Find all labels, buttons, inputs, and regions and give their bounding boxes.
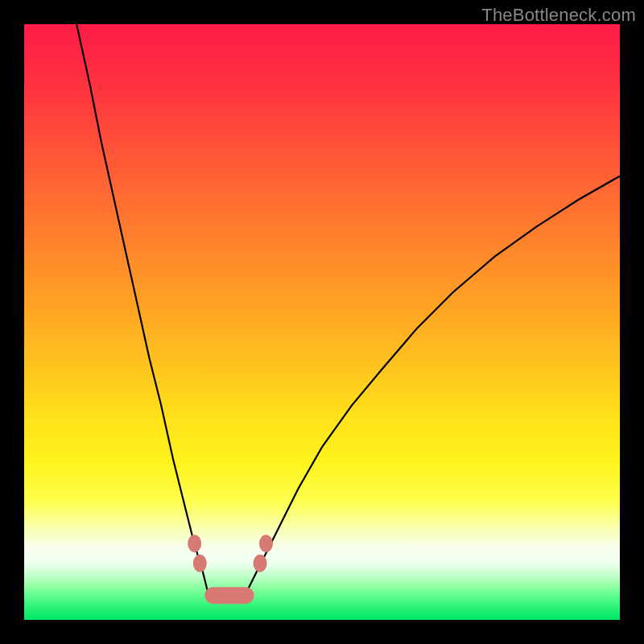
trough-bead-2 [254, 555, 267, 572]
trough-bar [204, 587, 254, 604]
trough-bead-1 [193, 555, 207, 572]
watermark-text: TheBottleneck.com [481, 5, 636, 26]
plot-area [24, 24, 620, 620]
trough-bead-3 [259, 535, 273, 552]
curve-right-branch [245, 176, 620, 597]
curve-left-branch [76, 24, 208, 596]
trough-markers [188, 535, 273, 604]
trough-bead-0 [188, 535, 201, 552]
curve-layer [24, 24, 620, 620]
chart-frame: TheBottleneck.com [0, 0, 644, 644]
